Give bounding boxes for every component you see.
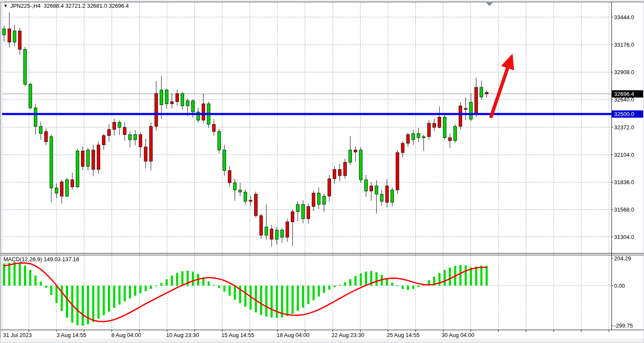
macd-bar — [61, 286, 63, 311]
candle-body — [459, 106, 462, 126]
price-axis-label: 31568.0 — [614, 206, 634, 213]
candle-body — [113, 122, 116, 129]
macd-axis-label: -299.75 — [614, 322, 633, 329]
macd-bar — [323, 286, 325, 293]
candle-body — [71, 180, 74, 187]
candle-body — [443, 117, 446, 138]
candle-body — [448, 137, 451, 140]
time-axis[interactable]: 31 Jul 20233 Aug 14:558 Aug 04:0010 Aug … — [3, 332, 474, 338]
time-axis-label: 31 Jul 2023 — [3, 332, 32, 338]
candle-body — [107, 129, 110, 135]
candle-body — [317, 193, 320, 204]
candle — [24, 47, 27, 86]
candle-body — [8, 29, 11, 42]
candle-body — [45, 131, 48, 142]
macd-bar — [92, 286, 94, 322]
symbol-ohlc-label: JPN225-,H4 32688.4 32721.2 32681.0 32696… — [10, 3, 129, 9]
candle-body — [50, 137, 53, 188]
macd-bar — [417, 286, 420, 287]
macd-bar — [465, 265, 467, 286]
price-axis-label: 33444.0 — [614, 14, 634, 21]
macd-bar — [260, 286, 262, 315]
candle-body — [422, 137, 425, 137]
candle-body — [265, 227, 268, 235]
macd-bar — [402, 286, 404, 289]
macd-bar — [344, 282, 346, 286]
candle-body — [29, 84, 32, 108]
chart-canvas[interactable]: 33444.033176.032908.032640.032372.032104… — [0, 0, 644, 343]
candle-body — [433, 123, 436, 128]
price-axis-label: 31304.0 — [614, 234, 634, 240]
candle-body — [249, 200, 252, 201]
macd-bar — [129, 286, 131, 298]
candle — [359, 147, 362, 183]
symbol-dropdown-icon[interactable]: ▼ — [3, 4, 8, 8]
price-axis-label: 32104.0 — [614, 152, 634, 158]
macd-bar — [113, 286, 115, 308]
macd-bar — [449, 268, 451, 286]
price-axis-label: 32908.0 — [614, 69, 634, 75]
candle — [66, 178, 69, 197]
macd-bar — [40, 282, 42, 286]
candle-body — [13, 31, 16, 42]
candle-body — [223, 150, 226, 170]
candle — [427, 120, 430, 140]
macd-bar — [124, 286, 126, 301]
candle-body — [375, 186, 378, 194]
macd-bar — [82, 286, 84, 325]
candle-body — [160, 90, 163, 105]
candle-body — [396, 152, 399, 190]
candle — [97, 141, 100, 174]
macd-bar — [192, 271, 194, 286]
time-axis-label: 15 Aug 14:55 — [221, 332, 254, 338]
macd-bar — [318, 286, 320, 297]
candle-body — [475, 87, 478, 114]
candle — [259, 214, 262, 239]
macd-bar — [98, 286, 100, 319]
time-axis-label: 18 Aug 04:00 — [277, 332, 310, 338]
candle-body — [480, 87, 483, 97]
time-axis-label: 10 Aug 23:30 — [166, 332, 199, 338]
candle-body — [191, 101, 194, 112]
macd-bar — [171, 276, 173, 286]
candle-body — [349, 150, 352, 162]
support-price-tag-text: 32500.0 — [614, 111, 634, 117]
candle-body — [165, 90, 168, 104]
macd-bar — [229, 286, 231, 295]
time-axis-label: 25 Aug 14:55 — [387, 332, 420, 338]
candle-body — [118, 122, 121, 127]
candle — [459, 102, 462, 130]
candle-body — [270, 229, 273, 239]
macd-bar — [355, 276, 357, 286]
support-price-tag: 32500.0 — [612, 110, 643, 118]
macd-bar — [328, 286, 331, 289]
macd-bar — [161, 283, 163, 286]
candle-body — [76, 151, 79, 187]
candle-body — [233, 183, 236, 190]
candle-body — [170, 102, 173, 104]
macd-bar — [108, 286, 110, 312]
candle-body — [254, 194, 257, 215]
candle-body — [322, 196, 325, 204]
candle-body — [86, 150, 89, 166]
candle-body — [464, 108, 467, 109]
macd-bar — [218, 286, 220, 288]
macd-bar — [255, 286, 257, 312]
candle-body — [454, 126, 457, 141]
candle — [76, 149, 79, 188]
macd-bar — [24, 265, 26, 286]
candle-body — [212, 124, 215, 131]
macd-bar — [182, 271, 184, 286]
price-axis-label: 33176.0 — [614, 42, 634, 48]
candle-body — [186, 101, 189, 106]
candle-body — [244, 192, 247, 202]
macd-bar — [360, 273, 362, 286]
macd-bar — [444, 270, 446, 286]
macd-bar — [134, 286, 136, 296]
candle-body — [123, 127, 126, 134]
macd-indicator-label: MACD(12,26,9) 149.03 137.16 — [3, 256, 79, 262]
macd-bar — [292, 286, 294, 314]
macd-bar — [208, 281, 210, 286]
candle-body — [239, 190, 242, 192]
candle-body — [385, 186, 388, 202]
